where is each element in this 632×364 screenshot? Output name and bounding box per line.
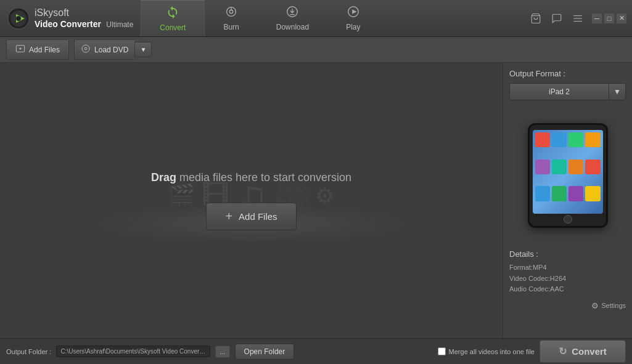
svg-point-5 xyxy=(229,10,233,14)
settings-gear-icon: ⚙ xyxy=(591,301,599,310)
tab-convert-label: Convert xyxy=(160,23,186,32)
play-tab-icon xyxy=(347,5,360,22)
app-icon-3 xyxy=(568,132,583,147)
app-icon-6 xyxy=(552,160,567,174)
app-icon-5 xyxy=(535,160,550,174)
format-selector: iPad 2 ▼ xyxy=(509,83,626,100)
close-button[interactable]: ✕ xyxy=(616,13,627,24)
film-icon-small: 🎬 xyxy=(168,183,195,208)
load-dvd-label: Load DVD xyxy=(94,46,128,54)
svg-point-19 xyxy=(84,47,87,50)
details-section: Details : Format:MP4 Video Codec:H264 Au… xyxy=(509,243,626,295)
load-dvd-button-group: Load DVD ▼ xyxy=(74,39,152,60)
nav-tabs: Convert Burn Download xyxy=(141,0,522,36)
tab-burn[interactable]: Burn xyxy=(205,0,257,36)
drop-zone-text: Drag media files here to start conversio… xyxy=(151,171,351,184)
output-format-label: Output Format : xyxy=(509,69,626,78)
load-dvd-main-button[interactable]: Load DVD xyxy=(74,39,134,60)
home-button xyxy=(564,215,572,224)
action-bar: Add Files Load DVD ▼ xyxy=(0,37,632,63)
convert-button[interactable]: ↻ Convert xyxy=(540,340,626,363)
add-files-icon xyxy=(15,44,25,55)
toolbar-icons xyxy=(522,10,591,27)
merge-checkbox-area: Merge all videos into one file xyxy=(299,347,535,355)
menu-icon[interactable] xyxy=(569,10,586,27)
format-value[interactable]: iPad 2 xyxy=(509,83,609,100)
device-screen xyxy=(533,130,603,214)
app-icon-12 xyxy=(585,186,600,201)
tab-download[interactable]: Download xyxy=(258,0,327,36)
add-files-main-label: Add Files xyxy=(239,211,277,222)
details-label: Details : xyxy=(509,249,626,259)
output-folder-label: Output Folder : xyxy=(6,348,51,355)
settings-link[interactable]: ⚙ Settings xyxy=(509,301,626,310)
app-icon xyxy=(7,7,30,30)
tab-play-label: Play xyxy=(346,23,360,31)
app-icon-9 xyxy=(535,186,550,201)
tab-convert[interactable]: Convert xyxy=(141,0,205,36)
audio-codec-detail: Audio Codec:AAC xyxy=(509,284,626,295)
title-bar: iSkysoft Video Converter Ultimate Conver… xyxy=(0,0,632,37)
drop-text-drag: Drag xyxy=(151,171,176,184)
app-icon-7 xyxy=(568,160,583,174)
app-full-name: Video Converter Ultimate xyxy=(35,18,133,30)
drop-zone[interactable]: 🎬 🎞 ♫ 🎥 ⚙ Drag media files here to start… xyxy=(0,63,503,338)
app-name: iSkysoft Video Converter Ultimate xyxy=(35,7,133,30)
maximize-button[interactable]: □ xyxy=(604,13,615,24)
ipad-device-image xyxy=(528,123,608,228)
right-panel: Output Format : iPad 2 ▼ xyxy=(503,63,632,338)
download-tab-icon xyxy=(285,5,299,22)
cart-icon[interactable] xyxy=(527,10,544,27)
tab-play[interactable]: Play xyxy=(327,0,379,36)
drop-text-rest: media files here to start conversion xyxy=(176,171,351,184)
format-dropdown-button[interactable]: ▼ xyxy=(609,83,626,100)
chat-icon[interactable] xyxy=(548,10,565,27)
app-icon-1 xyxy=(535,132,550,147)
burn-tab-icon xyxy=(224,5,238,22)
convert-tab-icon xyxy=(166,6,179,22)
format-detail: Format:MP4 xyxy=(509,262,626,273)
minimize-button[interactable]: ─ xyxy=(591,13,602,24)
settings-label: Settings xyxy=(601,302,626,309)
app-icon-4 xyxy=(585,132,600,147)
load-dvd-icon xyxy=(81,44,91,55)
ellipsis-button[interactable]: ... xyxy=(215,346,229,358)
tab-download-label: Download xyxy=(276,23,309,31)
open-folder-button[interactable]: Open Folder xyxy=(235,344,295,360)
convert-button-label: Convert xyxy=(572,346,607,357)
app-edition: Ultimate xyxy=(106,20,133,29)
app-icon-10 xyxy=(552,186,567,201)
merge-checkbox[interactable] xyxy=(438,347,446,355)
add-files-main-button[interactable]: + Add Files xyxy=(206,203,296,230)
app-vendor: iSkysoft xyxy=(35,7,133,18)
add-files-label: Add Files xyxy=(29,46,60,54)
load-dvd-dropdown-button[interactable]: ▼ xyxy=(134,42,152,57)
add-files-button[interactable]: Add Files xyxy=(6,39,69,60)
svg-marker-10 xyxy=(352,9,356,14)
app-icon-8 xyxy=(585,160,600,174)
svg-point-3 xyxy=(16,16,21,21)
convert-spin-icon: ↻ xyxy=(559,346,567,357)
video-codec-detail: Video Codec:H264 xyxy=(509,273,626,285)
app-icon-2 xyxy=(552,132,567,147)
tab-burn-label: Burn xyxy=(223,23,239,31)
output-folder-path: C:\Users\Ashraf\Documents\iSkysoft Video… xyxy=(56,346,210,357)
plus-icon: + xyxy=(225,209,232,224)
settings-circle-icon: ⚙ xyxy=(315,184,334,208)
merge-label[interactable]: Merge all videos into one file xyxy=(449,348,535,355)
device-preview xyxy=(509,108,626,243)
app-name-main: Video Converter xyxy=(35,19,101,29)
svg-point-18 xyxy=(82,45,89,52)
app-icon-11 xyxy=(568,186,583,201)
app-logo-area: iSkysoft Video Converter Ultimate xyxy=(0,7,141,30)
bottom-bar: Output Folder : C:\Users\Ashraf\Document… xyxy=(0,338,632,364)
main-content: 🎬 🎞 ♫ 🎥 ⚙ Drag media files here to start… xyxy=(0,63,632,338)
window-controls: ─ □ ✕ xyxy=(591,13,632,24)
